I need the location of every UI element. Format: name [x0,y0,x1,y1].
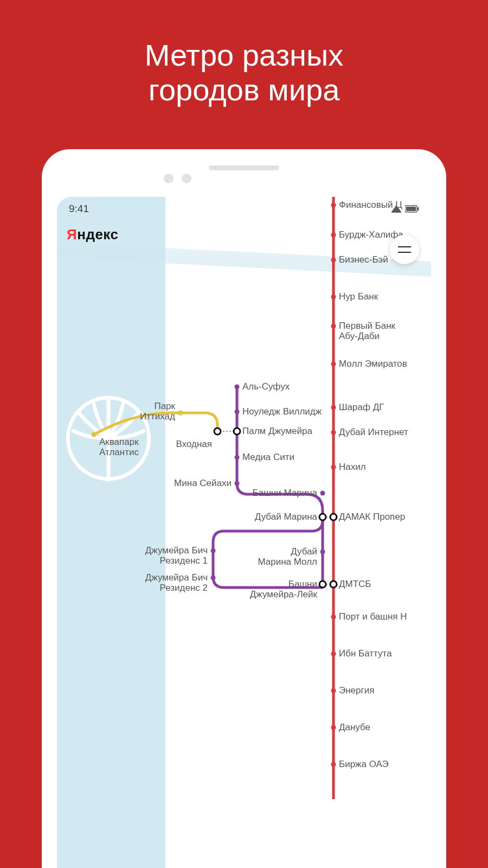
station-label[interactable]: Бизнес-Бэй [339,255,388,265]
phone-frame: 9:41 Яндекс Фин [42,149,446,868]
station-dot[interactable] [214,428,221,435]
station-dot[interactable] [330,514,337,520]
station-label[interactable]: Мина Сейахи [174,478,232,489]
station-label[interactable]: Энергия [339,686,374,696]
station-label[interactable]: Входная [176,439,212,450]
station-dot[interactable] [331,362,336,367]
app-logo: Яндекс [67,226,119,243]
station-dot[interactable] [331,405,336,410]
station-label[interactable]: Джумейра БичРезиденс 2 [145,573,208,593]
station-label[interactable]: Первый БанкАбу-Даби [339,321,395,341]
station-dot[interactable] [331,233,336,238]
battery-icon [405,205,419,213]
menu-button[interactable] [390,235,419,264]
station-dot[interactable] [211,548,216,553]
station-dot[interactable] [331,465,336,470]
station-label[interactable]: ПаркИттихад [140,401,175,422]
station-label[interactable]: ДМТСБ [339,579,371,590]
station-dot[interactable] [331,295,336,299]
station-dot[interactable] [331,688,336,693]
station-dot[interactable] [234,428,240,435]
station-label[interactable]: Бурдж-Халифа [339,230,403,240]
app-screen: 9:41 Яндекс Фин [57,197,431,868]
station-dot[interactable] [319,581,326,588]
station-dot[interactable] [330,581,337,588]
station-dot[interactable] [235,385,240,390]
station-dot[interactable] [235,410,240,414]
svg-rect-2 [406,207,416,211]
station-label[interactable]: БашниДжумейра-Лейк [250,579,317,599]
station-label[interactable]: Дубай Марина [255,512,317,522]
station-label[interactable]: Джумейра БичРезиденс 1 [145,546,208,566]
station-label[interactable]: Палм Джумейра [242,426,312,437]
station-label[interactable]: ДубайМарина Молл [258,547,317,567]
station-dot[interactable] [331,324,336,329]
station-label[interactable]: Данубе [339,723,370,733]
station-label[interactable]: Биржа ОАЭ [339,760,389,770]
svg-rect-3 [418,207,419,210]
status-bar: 9:41 [57,197,431,221]
station-dot[interactable] [235,455,240,460]
station-dot[interactable] [320,550,325,554]
metro-map[interactable] [57,197,431,815]
station-dot[interactable] [331,725,336,730]
station-dot[interactable] [331,430,336,435]
station-dot[interactable] [331,652,336,656]
station-label[interactable]: Ноуледж Виллидж [242,407,322,417]
station-label[interactable]: Башни Марина [253,488,317,499]
station-label[interactable]: Аль-Суфух [242,382,290,392]
station-label[interactable]: ДАМАК Пропер [339,512,405,522]
station-label[interactable]: Нахил [339,462,366,473]
station-dot[interactable] [235,481,240,486]
station-dot[interactable] [319,514,326,520]
status-time: 9:41 [69,203,89,215]
station-dot[interactable] [211,576,216,580]
station-label[interactable]: Ибн Баттута [339,649,392,659]
station-label[interactable]: Медиа Сити [242,452,294,463]
station-dot[interactable] [320,491,325,496]
station-dot[interactable] [92,432,97,437]
station-dot[interactable] [331,762,336,767]
station-dot[interactable] [331,615,336,620]
station-label[interactable]: Порт и башня Н [339,612,407,622]
station-label[interactable]: Дубай Интернет [339,427,408,438]
station-label[interactable]: АквапаркАтлантис [99,437,139,457]
station-dot[interactable] [178,411,183,416]
station-label[interactable]: Нур Банк [339,292,378,302]
station-label[interactable]: Шараф ДГ [339,403,384,413]
station-label[interactable]: Молл Эмиратов [339,359,407,369]
wifi-icon [391,205,402,213]
promo-title: Метро разныхгородов мира [0,0,488,130]
station-dot[interactable] [331,258,336,263]
